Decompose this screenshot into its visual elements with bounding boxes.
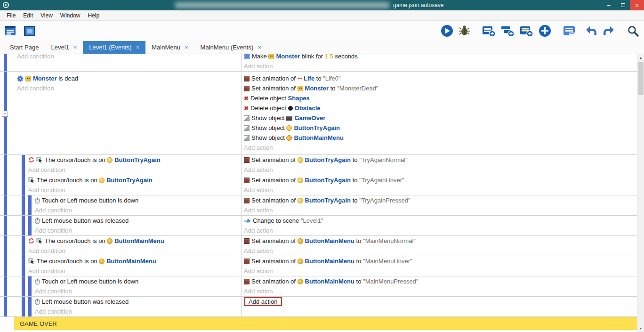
event-row[interactable]: The cursor/touch is on ButtonMainMenuAdd… (0, 236, 637, 256)
close-icon[interactable]: × (258, 44, 261, 51)
action[interactable]: Set animation of ButtonTryAgain to "TryA… (244, 155, 637, 165)
action[interactable]: Make Monster blink for 1.5 seconds (244, 54, 637, 61)
action[interactable]: Set animation of ButtonMainMenu to "Main… (244, 236, 637, 246)
add-action-link[interactable]: Add action (244, 266, 637, 276)
condition[interactable]: Touch or Left mouse button is down (35, 195, 241, 205)
vertical-scrollbar[interactable]: ▲ ▼ (637, 54, 644, 332)
tab-level1-events[interactable]: Level1 (Events)× (83, 41, 145, 54)
conditions-cell[interactable]: Left mouse button was releasedAdd condit… (0, 216, 241, 235)
remove-event-button[interactable] (563, 25, 577, 37)
scrollbar-down-icon[interactable]: ▼ (637, 325, 644, 332)
actions-cell[interactable]: Set animation of ButtonTryAgain to "TryA… (241, 155, 637, 175)
actions-cell[interactable]: Set animation of ButtonTryAgain to "TryA… (241, 175, 637, 195)
add-comment-button[interactable] (520, 25, 533, 37)
conditions-cell[interactable]: The cursor/touch is on ButtonMainMenuAdd… (0, 256, 241, 276)
add-action-link[interactable]: Add action (244, 286, 637, 296)
debug-button[interactable] (459, 25, 470, 37)
close-button[interactable]: × (630, 0, 644, 10)
add-condition-link[interactable]: Add condition (35, 286, 241, 296)
conditions-cell[interactable]: Touch or Left mouse button is downAdd co… (0, 276, 241, 296)
add-condition-link[interactable]: Add condition (17, 83, 241, 93)
tab-level1[interactable]: Level1× (45, 41, 83, 54)
add-condition-link[interactable]: Add condition (35, 226, 241, 235)
add-action-link[interactable]: Add action (244, 205, 637, 215)
start-page-button[interactable] (24, 25, 37, 37)
action[interactable]: ✖Delete object Shapes (244, 93, 637, 103)
add-condition-link[interactable]: Add condition (28, 185, 241, 195)
event-row[interactable]: Left mouse button was releasedAdd condit… (0, 297, 637, 317)
conditions-cell[interactable]: Add condition (0, 54, 241, 71)
action[interactable]: Set animation of ♥♥♥Life to "Life0" (244, 73, 637, 83)
close-icon[interactable]: × (185, 44, 188, 51)
event-row[interactable]: Add conditionMake Monster blink for 1.5 … (0, 54, 637, 72)
add-action-link-highlighted[interactable]: Add action (244, 297, 282, 306)
add-condition-link[interactable]: Add condition (28, 246, 241, 256)
condition[interactable]: The cursor/touch is on ButtonTryAgain (28, 175, 241, 185)
close-icon[interactable]: × (136, 44, 140, 51)
add-new-event-button[interactable] (539, 24, 551, 37)
condition[interactable]: Touch or Left mouse button is down (35, 276, 241, 286)
actions-cell[interactable]: Set animation of ButtonMainMenu to "Main… (241, 236, 637, 256)
condition[interactable]: Monster is dead (17, 73, 241, 83)
tab-mainmenu[interactable]: MainMenu× (145, 41, 194, 54)
event-row[interactable]: The cursor/touch is on ButtonTryAgainAdd… (0, 175, 637, 195)
conditions-cell[interactable]: The cursor/touch is on ButtonTryAgainAdd… (0, 155, 241, 175)
action[interactable]: Set animation of Monster to "MonsterDead… (244, 83, 637, 93)
maximize-button[interactable] (616, 0, 630, 10)
menu-edit[interactable]: Edit (19, 12, 37, 19)
event-row[interactable]: Touch or Left mouse button is downAdd co… (0, 195, 637, 216)
add-condition-link[interactable]: Add condition (28, 266, 241, 276)
add-condition-link[interactable]: Add condition (35, 307, 241, 316)
conditions-cell[interactable]: Monster is deadAdd condition (0, 72, 241, 154)
conditions-cell[interactable]: The cursor/touch is on ButtonMainMenuAdd… (0, 236, 241, 256)
add-action-link[interactable]: Add action (244, 185, 637, 195)
preview-button[interactable] (441, 24, 453, 37)
close-icon[interactable]: × (73, 44, 77, 51)
add-action-link[interactable]: Add action (244, 143, 637, 153)
search-button[interactable] (627, 25, 639, 37)
event-row[interactable]: Monster is deadAdd conditionSet animatio… (0, 72, 637, 155)
action[interactable]: ✖Delete object Obstacle (244, 103, 637, 113)
project-manager-button[interactable] (5, 25, 19, 37)
action[interactable]: Set animation of ButtonTryAgain to "TryA… (244, 195, 637, 205)
event-row[interactable]: Left mouse button was releasedAdd condit… (0, 216, 637, 236)
action[interactable]: Set animation of ButtonMainMenu to "Main… (244, 256, 637, 266)
conditions-cell[interactable]: Touch or Left mouse button is downAdd co… (0, 195, 241, 215)
condition[interactable]: Left mouse button was released (35, 216, 241, 226)
action[interactable]: Change to scene "Level1" (244, 216, 637, 226)
add-condition-link[interactable]: Add condition (28, 165, 241, 175)
actions-cell[interactable]: Add action (241, 297, 637, 316)
minimize-button[interactable]: – (602, 0, 616, 10)
event-row[interactable]: The cursor/touch is on ButtonMainMenuAdd… (0, 256, 637, 276)
tab-start-page[interactable]: Start Page (4, 41, 45, 54)
condition[interactable]: Left mouse button was released (35, 297, 241, 307)
collapse-event-toggle[interactable]: − (2, 111, 8, 117)
actions-cell[interactable]: Set animation of ButtonMainMenu to "Main… (241, 276, 637, 296)
add-sub-event-button[interactable] (501, 25, 515, 37)
condition[interactable]: The cursor/touch is on ButtonMainMenu (28, 256, 241, 266)
add-condition-link[interactable]: Add condition (35, 205, 241, 215)
actions-cell[interactable]: Change to scene "Level1"Add action (241, 216, 637, 235)
tab-mainmenu-events[interactable]: MainMenu (Events)× (194, 41, 267, 54)
conditions-cell[interactable]: The cursor/touch is on ButtonTryAgainAdd… (0, 175, 241, 195)
scrollbar-thumb[interactable] (638, 62, 644, 95)
menu-file[interactable]: File (3, 12, 19, 19)
actions-cell[interactable]: Make Monster blink for 1.5 secondsAdd ac… (241, 54, 637, 71)
actions-cell[interactable]: Set animation of ButtonTryAgain to "TryA… (241, 195, 637, 215)
add-event-button[interactable] (482, 25, 496, 37)
action[interactable]: Set animation of ButtonMainMenu to "Main… (244, 276, 637, 286)
add-action-link[interactable]: Add action (244, 226, 637, 235)
menu-view[interactable]: View (37, 12, 56, 19)
event-row[interactable]: Touch or Left mouse button is downAdd co… (0, 276, 637, 297)
scrollbar-up-icon[interactable]: ▲ (637, 54, 644, 61)
action[interactable]: Set animation of ButtonTryAgain to "TryA… (244, 175, 637, 185)
event-row[interactable]: The cursor/touch is on ButtonTryAgainAdd… (0, 155, 637, 175)
action[interactable]: Show object ButtonTryAgain (244, 123, 637, 133)
redo-button[interactable] (603, 25, 615, 36)
actions-cell[interactable]: Set animation of ♥♥♥Life to "Life0"Set a… (241, 72, 637, 154)
comment-event[interactable]: GAME OVER (14, 317, 637, 330)
add-condition-link[interactable]: Add condition (17, 54, 241, 61)
add-action-link[interactable]: Add action (244, 246, 637, 256)
undo-button[interactable] (585, 25, 597, 36)
condition[interactable]: The cursor/touch is on ButtonMainMenu (28, 236, 241, 246)
